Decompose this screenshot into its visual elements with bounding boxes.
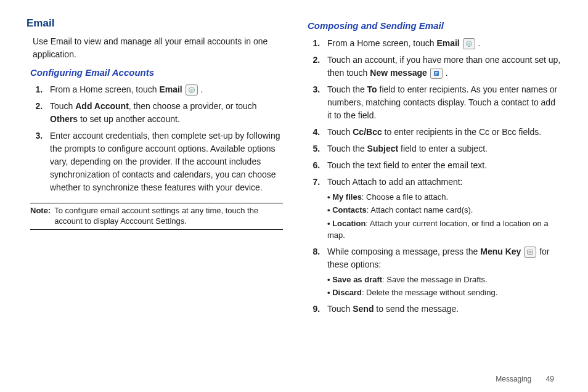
footer-page-number: 49 [546, 375, 554, 383]
footer-chapter: Messaging [496, 375, 531, 383]
svg-text:@: @ [467, 42, 471, 46]
attach-option-location: Location: Attach your current location, … [327, 218, 561, 242]
new-message-icon [430, 68, 443, 79]
subsection-configuring: Configuring Email Accounts [30, 66, 287, 80]
svg-text:@: @ [190, 88, 194, 92]
configuring-step-1: From a Home screen, touch Email @ . [45, 83, 287, 96]
page-footer: Messaging 49 [496, 375, 554, 383]
composing-step-5: Touch the Subject field to enter a subje… [322, 142, 561, 155]
composing-step-9: Touch Send to send the message. [322, 303, 561, 316]
attach-option-myfiles: My files: Choose a file to attach. [327, 191, 561, 203]
email-app-icon: @ [186, 84, 198, 96]
composing-step-4: Touch Cc/Bcc to enter recipients in the … [322, 126, 561, 139]
composing-step-6: Touch the text field to enter the email … [322, 159, 561, 172]
menu-option-discard: Discard: Delete the message without send… [327, 287, 561, 299]
note-label: Note: [30, 206, 51, 227]
subsection-composing: Composing and Sending Email [308, 19, 561, 33]
email-app-icon: @ [463, 38, 475, 49]
menu-options-list: Save as draft: Save the message in Draft… [327, 274, 561, 299]
composing-step-1: From a Home screen, touch Email @ . [322, 37, 561, 50]
manual-page: Email Use Email to view and manage all y… [0, 0, 588, 392]
composing-step-3: Touch the To field to enter recipients. … [322, 83, 561, 122]
configuring-step-2: Touch Add Account, then choose a provide… [45, 100, 287, 126]
right-column: Composing and Sending Email From a Home … [294, 15, 566, 381]
menu-key-icon [524, 247, 536, 258]
note-text: To configure email account settings at a… [53, 206, 283, 227]
composing-step-7: Touch Attach to add an attachment: My fi… [322, 176, 561, 242]
left-column: Email Use Email to view and manage all y… [22, 15, 294, 381]
intro-text: Use Email to view and manage all your em… [33, 35, 287, 61]
note-block: Note: To configure email account setting… [30, 203, 283, 230]
attach-options-list: My files: Choose a file to attach. Conta… [327, 191, 561, 242]
composing-step-8: While composing a message, press the Men… [322, 245, 561, 299]
menu-option-save-draft: Save as draft: Save the message in Draft… [327, 274, 561, 286]
configuring-steps-list: From a Home screen, touch Email @ . Touc… [45, 83, 287, 194]
svg-rect-8 [528, 250, 533, 254]
section-heading-email: Email [27, 15, 287, 31]
composing-steps-list: From a Home screen, touch Email @ . Touc… [322, 37, 561, 316]
attach-option-contacts: Contacts: Attach contact name card(s). [327, 204, 561, 216]
composing-step-2: Touch an account, if you have more than … [322, 54, 561, 80]
configuring-step-3: Enter account credentials, then complete… [45, 129, 287, 194]
